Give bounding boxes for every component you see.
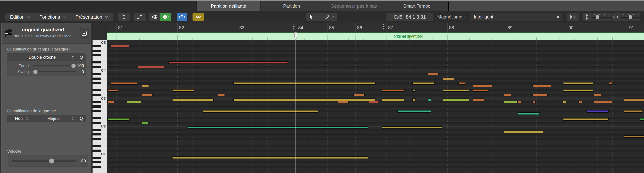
midi-note[interactable] — [142, 84, 149, 87]
pencil-tool-button[interactable] — [322, 13, 337, 21]
horizontal-zoom-slider[interactable] — [620, 13, 640, 21]
midi-note[interactable] — [563, 101, 566, 103]
white-key[interactable] — [92, 112, 107, 116]
midi-note[interactable] — [443, 98, 469, 101]
midi-note[interactable] — [624, 135, 644, 138]
swing-slider-thumb[interactable] — [33, 70, 38, 74]
midi-note[interactable] — [382, 98, 404, 101]
midi-note[interactable] — [458, 82, 466, 84]
midi-note[interactable] — [443, 78, 454, 80]
pointer-tool-button[interactable] — [306, 13, 322, 21]
black-key[interactable] — [92, 101, 101, 103]
force-slider-thumb[interactable] — [72, 64, 76, 68]
black-key[interactable] — [92, 150, 101, 152]
midi-note[interactable] — [532, 94, 548, 96]
quantize-value-select[interactable]: Double croche — [8, 54, 77, 61]
midi-note[interactable] — [532, 101, 536, 103]
velocity-slider[interactable] — [12, 160, 76, 162]
bar-ruler[interactable]: 81828384858687888990911424 — [107, 23, 644, 32]
midi-note[interactable] — [142, 122, 148, 124]
midi-note[interactable] — [233, 98, 376, 101]
playhead-handle[interactable] — [294, 32, 298, 41]
midi-note[interactable] — [138, 66, 164, 68]
black-key[interactable] — [92, 94, 101, 96]
swing-slider[interactable] — [33, 71, 76, 72]
midi-note[interactable] — [111, 45, 129, 48]
midi-note[interactable] — [172, 89, 194, 92]
midi-note[interactable] — [624, 98, 644, 101]
velocity-slider-thumb[interactable] — [49, 158, 54, 164]
midi-note[interactable] — [369, 101, 378, 103]
black-key[interactable] — [92, 133, 101, 136]
note-grid[interactable] — [107, 40, 644, 173]
collapse-mode-button[interactable] — [118, 12, 130, 21]
midi-note[interactable] — [353, 94, 365, 96]
midi-note[interactable] — [594, 101, 609, 103]
midi-out-button[interactable] — [160, 13, 171, 21]
midi-note[interactable] — [412, 98, 416, 101]
midi-note[interactable] — [233, 82, 376, 84]
midi-note[interactable] — [504, 101, 517, 103]
black-key[interactable] — [92, 45, 101, 47]
black-key[interactable] — [92, 166, 101, 168]
white-key[interactable] — [92, 168, 107, 172]
midi-note[interactable] — [586, 110, 608, 112]
midi-draw-button[interactable] — [133, 12, 146, 21]
menu-fonctions[interactable]: Fonctions — [35, 13, 70, 21]
region-strip[interactable]: original quantized — [107, 32, 644, 40]
black-key[interactable] — [92, 50, 101, 52]
white-key[interactable] — [92, 84, 107, 88]
auto-zoom-button[interactable] — [567, 12, 580, 21]
horizontal-zoom-thumb[interactable] — [629, 15, 632, 19]
midi-note[interactable] — [473, 89, 488, 92]
tab-partition[interactable]: Partition — [260, 1, 322, 11]
midi-note[interactable] — [412, 82, 435, 84]
midi-note[interactable] — [428, 73, 439, 75]
midi-note[interactable] — [172, 98, 214, 101]
black-key[interactable] — [92, 110, 101, 112]
midi-note[interactable] — [578, 101, 582, 103]
midi-note[interactable] — [218, 94, 225, 96]
midi-note[interactable] — [398, 110, 431, 112]
midi-note[interactable] — [202, 110, 318, 112]
scale-apply-button[interactable]: Q — [77, 115, 86, 122]
black-key[interactable] — [92, 122, 101, 124]
black-key[interactable] — [92, 61, 101, 64]
midi-note[interactable] — [108, 89, 118, 92]
midi-note[interactable] — [127, 101, 141, 103]
midi-note[interactable] — [517, 101, 521, 103]
quantize-apply-button[interactable]: Q — [77, 54, 86, 61]
black-key[interactable] — [92, 156, 101, 159]
midi-note[interactable] — [168, 61, 288, 64]
menu-presentation[interactable]: Présentation — [70, 13, 114, 21]
midi-note[interactable] — [382, 126, 442, 129]
tab-smart-tempo[interactable]: Smart Tempo — [385, 1, 448, 11]
midi-note[interactable] — [563, 118, 608, 120]
black-key[interactable] — [92, 145, 101, 147]
tab-partition-d-filante[interactable]: Partition défilante — [196, 1, 260, 11]
collapse-inspector-button[interactable] — [80, 28, 89, 38]
midi-note[interactable] — [188, 126, 368, 129]
vertical-zoom-slider[interactable] — [591, 13, 611, 21]
midi-note[interactable] — [443, 89, 469, 92]
midi-note[interactable] — [428, 98, 431, 101]
midi-note[interactable] — [108, 101, 114, 103]
midi-note[interactable] — [111, 82, 137, 84]
link-button[interactable] — [192, 12, 204, 21]
scale-type-select[interactable]: Majeur — [30, 115, 77, 122]
snap-select[interactable]: Intelligent — [470, 13, 562, 21]
vertical-zoom-thumb[interactable] — [596, 15, 599, 19]
black-key[interactable] — [92, 73, 101, 75]
black-key[interactable] — [92, 105, 101, 108]
midi-note[interactable] — [412, 89, 416, 92]
midi-in-button[interactable] — [149, 13, 160, 21]
black-key[interactable] — [92, 82, 101, 84]
white-key[interactable] — [92, 56, 107, 60]
black-key[interactable] — [92, 138, 101, 140]
black-key[interactable] — [92, 128, 101, 131]
midi-note[interactable] — [563, 82, 593, 84]
black-key[interactable] — [92, 66, 101, 68]
black-key[interactable] — [92, 54, 101, 56]
piano-keyboard[interactable]: C5C4C3C2C1C0 — [92, 40, 107, 173]
midi-note[interactable] — [504, 131, 544, 133]
